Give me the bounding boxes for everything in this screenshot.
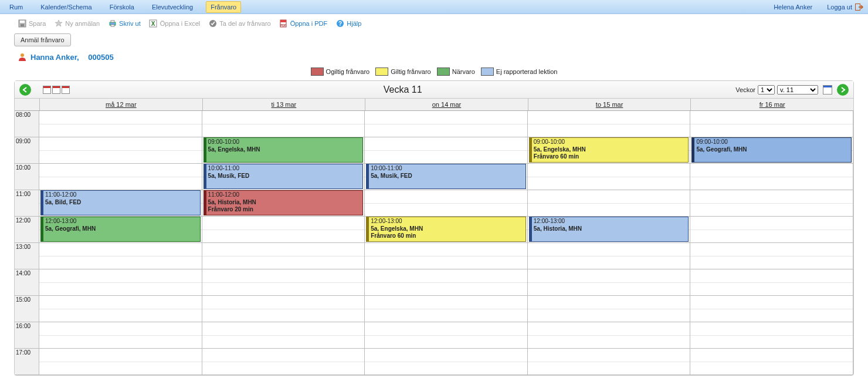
event-3[interactable]: 10:00-11:005a, Musik, FED xyxy=(204,164,364,189)
svg-point-16 xyxy=(21,53,24,57)
help-button[interactable]: ? Hjälp xyxy=(335,19,361,28)
time-label-1700: 17:00 xyxy=(15,349,39,375)
slot xyxy=(365,190,527,204)
event-detail: 5a, Bild, FED xyxy=(45,199,198,207)
event-detail: 5a, Historia, MHN xyxy=(208,199,361,207)
mini-calendar-group xyxy=(43,86,70,94)
toolbar: Spara Ny anmälan Skriv ut X Öppna i Exce… xyxy=(0,14,868,31)
slot xyxy=(365,296,527,309)
slot xyxy=(202,296,365,309)
slot xyxy=(365,362,527,376)
nav-item-f-rskola[interactable]: Förskola xyxy=(105,1,139,13)
help-label: Hjälp xyxy=(347,20,361,27)
print-button[interactable]: Skriv ut xyxy=(108,19,141,28)
student-id: 000505 xyxy=(88,53,113,62)
event-4[interactable]: 11:00-12:005a, Historia, MHNFrånvaro 20 … xyxy=(204,190,364,215)
day-header-3[interactable]: to 15 mar xyxy=(528,99,691,110)
mini-cal-7[interactable] xyxy=(62,86,70,94)
nav-item-fr-nvaro[interactable]: Frånvaro xyxy=(206,1,241,13)
time-label-1600: 16:00 xyxy=(15,322,39,349)
day-header-1[interactable]: ti 13 mar xyxy=(202,99,365,110)
slot xyxy=(690,296,853,309)
swatch-red xyxy=(311,68,324,76)
slot xyxy=(202,243,365,257)
slot xyxy=(202,322,365,336)
mini-cal-1[interactable] xyxy=(43,86,51,94)
slot xyxy=(365,269,527,283)
slot xyxy=(690,362,853,376)
event-0[interactable]: 11:00-12:005a, Bild, FED xyxy=(40,190,201,215)
slot xyxy=(202,230,365,244)
day-header-2[interactable]: on 14 mar xyxy=(365,99,528,110)
print-icon xyxy=(108,19,117,28)
weeks-count-select[interactable]: 1 xyxy=(758,85,775,95)
logout-link[interactable]: Logga ut xyxy=(827,4,863,11)
slot xyxy=(528,269,690,283)
slot xyxy=(528,177,690,191)
event-note: Frånvaro 60 min xyxy=(534,153,687,161)
event-9[interactable]: 09:00-10:005a, Geografi, MHN xyxy=(691,137,852,163)
date-picker-icon[interactable] xyxy=(823,85,832,95)
time-label-1300: 13:00 xyxy=(15,243,39,269)
event-note: Frånvaro 20 min xyxy=(208,206,361,214)
slot xyxy=(365,336,527,349)
svg-text:PDF: PDF xyxy=(280,23,286,27)
slot xyxy=(365,137,527,151)
prev-week-button[interactable] xyxy=(19,84,31,96)
slot xyxy=(39,269,202,283)
day-col-0: 11:00-12:005a, Bild, FED12:00-13:005a, G… xyxy=(39,111,202,375)
slot xyxy=(690,349,853,362)
weeks-label: Veckor xyxy=(735,86,755,93)
nav-left: RumKalender/SchemaFörskolaElevutveckling… xyxy=(5,1,241,13)
svg-text:X: X xyxy=(151,21,155,27)
week-select[interactable]: v. 11 xyxy=(777,85,818,95)
day-header-4[interactable]: fr 16 mar xyxy=(690,99,853,110)
nav-item-rum[interactable]: Rum xyxy=(5,1,28,13)
time-label-1000: 10:00 xyxy=(15,164,39,190)
event-1[interactable]: 12:00-13:005a, Geografi, MHN xyxy=(40,217,201,242)
legend: Ogiltig frånvaro Giltig frånvaro Närvaro… xyxy=(0,65,868,80)
slot xyxy=(690,177,853,191)
slot xyxy=(528,124,690,138)
slot xyxy=(39,151,202,164)
new-label: Ny anmälan xyxy=(65,20,100,27)
legend-present: Närvaro xyxy=(437,68,475,76)
slot xyxy=(39,309,202,323)
event-8[interactable]: 12:00-13:005a, Historia, MHN xyxy=(529,217,689,242)
slot xyxy=(690,322,853,336)
slot xyxy=(528,362,690,376)
nav-item-kalender-schema[interactable]: Kalender/Schema xyxy=(36,1,96,13)
day-col-3: 09:00-10:005a, Engelska, MHNFrånvaro 60 … xyxy=(528,111,691,375)
slot xyxy=(202,362,365,376)
slot xyxy=(202,283,365,296)
time-label-0900: 09:00 xyxy=(15,137,39,164)
slot xyxy=(528,283,690,296)
event-note: Frånvaro 60 min xyxy=(371,232,524,240)
slot xyxy=(690,204,853,217)
print-label: Skriv ut xyxy=(119,20,141,27)
event-time: 10:00-11:00 xyxy=(208,165,361,173)
event-2[interactable]: 09:00-10:005a, Engelska, MHN xyxy=(204,137,364,163)
event-7[interactable]: 09:00-10:005a, Engelska, MHNFrånvaro 60 … xyxy=(529,137,689,163)
event-6[interactable]: 12:00-13:005a, Engelska, MHNFrånvaro 60 … xyxy=(366,217,526,242)
slot xyxy=(365,283,527,296)
event-time: 09:00-10:00 xyxy=(208,139,361,146)
event-5[interactable]: 10:00-11:005a, Musik, FED xyxy=(366,164,526,189)
next-week-button[interactable] xyxy=(837,84,849,96)
slot xyxy=(365,349,527,362)
event-time: 12:00-13:00 xyxy=(45,218,198,225)
excel-button: X Öppna i Excel xyxy=(149,19,200,28)
time-label-0800: 08:00 xyxy=(15,111,39,137)
mini-cal-5[interactable] xyxy=(52,86,60,94)
excel-icon: X xyxy=(149,19,158,28)
pdf-button[interactable]: PDF Öppna i PDF xyxy=(279,19,328,28)
report-absence-button[interactable]: Anmäl frånvaro xyxy=(14,33,71,46)
day-col-4: 09:00-10:005a, Geografi, MHN xyxy=(690,111,853,375)
event-detail: 5a, Engelska, MHN xyxy=(208,146,361,154)
slot xyxy=(690,336,853,349)
legend-invalid: Ogiltig frånvaro xyxy=(311,68,370,76)
slot xyxy=(690,269,853,283)
nav-item-elevutveckling[interactable]: Elevutveckling xyxy=(147,1,198,13)
day-header-0[interactable]: må 12 mar xyxy=(39,99,202,110)
save-label: Spara xyxy=(29,20,46,27)
